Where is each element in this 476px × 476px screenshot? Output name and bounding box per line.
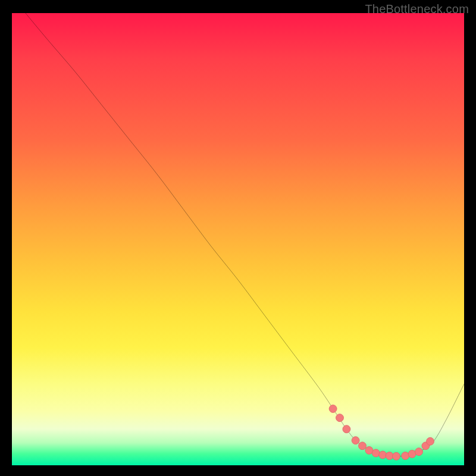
marker-dot: [393, 452, 400, 460]
chart-frame: TheBottleneck.com: [0, 0, 476, 476]
marker-dot: [386, 452, 393, 460]
curve-svg: [12, 13, 464, 465]
marker-dot: [372, 449, 380, 457]
marker-dot: [343, 425, 350, 433]
marker-dot: [379, 451, 387, 459]
marker-group: [329, 405, 434, 461]
marker-dot: [329, 405, 337, 413]
marker-dot: [402, 452, 409, 460]
marker-dot: [415, 448, 423, 456]
marker-dot: [352, 437, 359, 444]
marker-dot: [359, 442, 367, 450]
marker-dot: [336, 414, 344, 422]
bottleneck-curve: [26, 13, 464, 456]
watermark-text: TheBottleneck.com: [365, 2, 469, 16]
plot-area: [12, 13, 464, 465]
marker-dot: [427, 437, 434, 445]
